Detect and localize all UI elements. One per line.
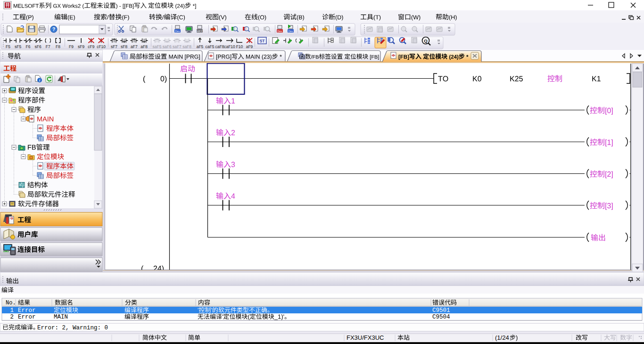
svg-text:(1/24: (1/24 [495, 334, 509, 341]
svg-text:Error: Error [18, 314, 36, 320]
svg-text:aF7: aF7 [131, 44, 138, 49]
svg-text:saF6: saF6 [163, 44, 172, 49]
svg-text:aF5: aF5 [197, 44, 204, 49]
svg-text:C9501: C9501 [432, 307, 450, 314]
svg-text:ST: ST [260, 39, 265, 43]
svg-text:cF9: cF9 [88, 44, 94, 49]
svg-text:aF8: aF8 [140, 44, 148, 49]
svg-text:F5: F5 [6, 44, 10, 49]
svg-text:F9: F9 [69, 44, 74, 49]
svg-text:F7: F7 [46, 44, 50, 49]
svg-text:HKY: HKY [197, 30, 202, 33]
svg-text:1: 1 [10, 307, 14, 314]
svg-text:C9504: C9504 [432, 314, 450, 320]
svg-text:Error: Error [18, 307, 36, 314]
svg-text:saF5: saF5 [153, 44, 162, 49]
svg-text:2: 2 [10, 314, 14, 320]
svg-text:caF5: caF5 [206, 44, 215, 49]
svg-text:F10: F10 [236, 44, 243, 49]
svg-text:Dev: Dev [175, 30, 180, 33]
svg-text:MAIN: MAIN [54, 314, 68, 320]
svg-text:cF10: cF10 [97, 44, 106, 49]
svg-text:sF8: sF8 [121, 44, 127, 49]
svg-text:F8: F8 [56, 44, 60, 49]
svg-text:No.: No. [6, 300, 16, 306]
svg-text:caF10: caF10 [224, 44, 235, 49]
svg-text:caF8: caF8 [215, 44, 224, 49]
svg-text:Q: Q [424, 38, 427, 43]
svg-text:Dev: Dev [277, 30, 282, 33]
svg-text:sF7: sF7 [111, 44, 117, 49]
svg-text:saF7: saF7 [173, 44, 182, 49]
svg-text:Error: 2, Warning: 0: Error: 2, Warning: 0 [37, 325, 108, 331]
svg-text:sF9: sF9 [78, 44, 84, 49]
svg-text:FX3U/FX3UC: FX3U/FX3UC [347, 334, 384, 341]
svg-text:Dev: Dev [288, 30, 293, 33]
svg-text:aF9: aF9 [246, 44, 253, 49]
svg-text:saF8: saF8 [182, 44, 191, 49]
svg-text:?: ? [52, 27, 55, 32]
svg-text:F6: F6 [25, 44, 30, 49]
svg-text:sF5: sF5 [15, 44, 21, 49]
svg-text:sF6: sF6 [35, 44, 41, 49]
